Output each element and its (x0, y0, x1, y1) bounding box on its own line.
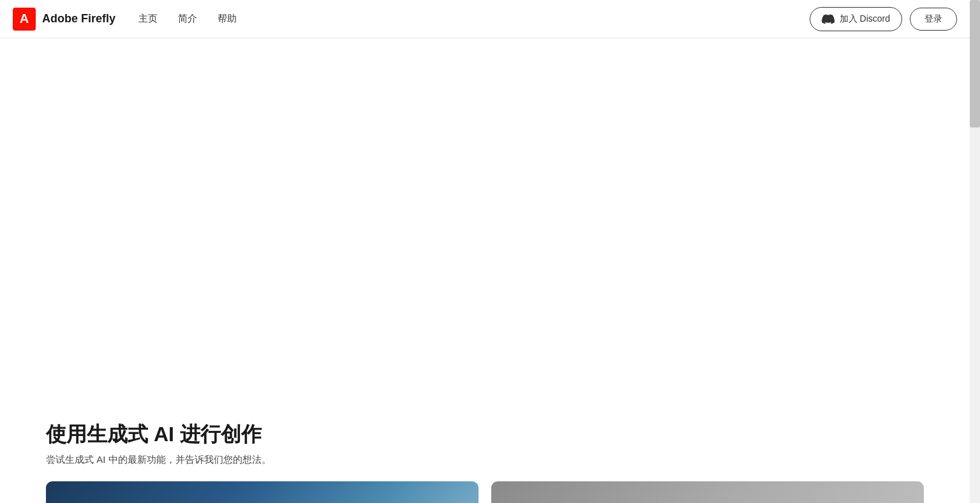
header-actions: 加入 Discord 登录 (810, 7, 957, 31)
section-subtitle: 尝试生成式 AI 中的最新功能，并告诉我们您的想法。 (46, 454, 924, 466)
login-button[interactable]: 登录 (910, 8, 957, 31)
main-content: 使用生成式 AI 进行创作 尝试生成式 AI 中的最新功能，并告诉我们您的想法。… (0, 0, 970, 503)
cards-row: A (46, 481, 924, 503)
scrollbar[interactable] (970, 0, 980, 503)
main-nav: 主页 简介 帮助 (138, 13, 237, 25)
nav-item-about[interactable]: 简介 (178, 13, 197, 25)
bottom-section: 使用生成式 AI 进行创作 尝试生成式 AI 中的最新功能，并告诉我们您的想法。… (0, 408, 970, 503)
nav-item-home[interactable]: 主页 (138, 13, 158, 25)
card-portrait[interactable] (491, 481, 924, 503)
adobe-logo-icon: A (13, 8, 36, 31)
discord-icon (822, 13, 835, 26)
card-ocean[interactable]: A (46, 481, 479, 503)
header: A Adobe Firefly 主页 简介 帮助 加入 Discord 登录 (0, 0, 970, 38)
logo-area[interactable]: A Adobe Firefly (13, 8, 115, 31)
discord-button[interactable]: 加入 Discord (810, 7, 902, 31)
nav-item-help[interactable]: 帮助 (218, 13, 237, 25)
section-title: 使用生成式 AI 进行创作 (46, 421, 924, 449)
app-name: Adobe Firefly (42, 12, 115, 26)
scrollbar-thumb[interactable] (970, 0, 980, 128)
hero-area (0, 38, 970, 408)
